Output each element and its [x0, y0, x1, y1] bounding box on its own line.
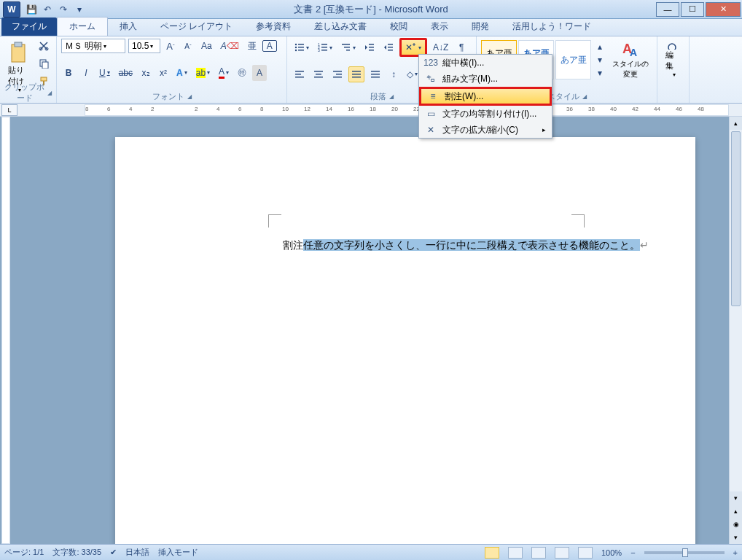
sort-button[interactable]: A↓Z — [430, 39, 451, 55]
font-name-combo[interactable]: ＭＳ 明朝▾ — [61, 39, 125, 53]
zoom-level[interactable]: 100% — [601, 548, 622, 557]
clear-formatting-button[interactable]: A⌫ — [218, 38, 242, 54]
font-color-button[interactable]: A▾ — [216, 65, 232, 81]
redo-button[interactable]: ↷ — [57, 3, 70, 16]
subscript-button[interactable]: x₂ — [138, 65, 153, 81]
prev-page-button[interactable]: ▴ — [730, 505, 742, 518]
horizontal-ruler[interactable]: 8642246810121416182022242628303234363840… — [85, 104, 729, 116]
svg-rect-27 — [388, 47, 393, 48]
page-layout-tab[interactable]: ページ レイアウト — [149, 18, 244, 36]
paragraph-launcher[interactable]: ◢ — [389, 93, 394, 100]
style-scroll-down[interactable]: ▾ — [593, 55, 607, 65]
underline-button[interactable]: U▾ — [96, 65, 113, 81]
change-styles-icon: AA — [621, 40, 640, 59]
svg-rect-35 — [314, 77, 323, 78]
zoom-slider[interactable] — [644, 551, 725, 554]
next-page-button[interactable]: ▾ — [730, 531, 742, 544]
vertical-scrollbar[interactable]: ▴ ▾ ▴ ◉ ▾ — [729, 117, 742, 544]
svg-rect-33 — [314, 71, 323, 72]
cut-button[interactable] — [36, 38, 52, 54]
review-tab[interactable]: 校閲 — [378, 18, 419, 36]
print-layout-view-button[interactable] — [485, 547, 499, 559]
phonetic-guide-button[interactable]: 亜 — [245, 38, 259, 54]
file-tab[interactable]: ファイル — [1, 18, 57, 36]
undo-button[interactable]: ↶ — [41, 3, 54, 16]
styles-launcher[interactable]: ◢ — [582, 93, 587, 100]
clipboard-launcher[interactable]: ◢ — [47, 90, 52, 96]
window-title: 文書 2 [互換モード] - Microsoft Word — [86, 3, 656, 16]
increase-indent-button[interactable] — [380, 39, 397, 55]
outline-view-button[interactable] — [555, 547, 569, 559]
text-effects-button[interactable]: A▾ — [173, 65, 190, 81]
grow-font-button[interactable]: Aˆ — [163, 38, 178, 54]
home-tab[interactable]: ホーム — [57, 17, 108, 36]
vertical-ruler[interactable] — [1, 117, 10, 544]
menu-warichu[interactable]: ≡ 割注(W)... — [419, 87, 552, 106]
copy-button[interactable] — [36, 55, 52, 71]
minimize-button[interactable]: — — [656, 2, 679, 17]
zoom-out-button[interactable]: − — [630, 548, 635, 557]
fullscreen-reading-view-button[interactable] — [508, 547, 523, 559]
draft-view-button[interactable] — [578, 547, 593, 559]
numbering-button[interactable]: 123▾ — [315, 39, 335, 55]
zoom-in-button[interactable]: + — [733, 548, 738, 557]
show-marks-button[interactable]: ¶ — [454, 39, 469, 55]
maximize-button[interactable]: ☐ — [681, 2, 704, 17]
enclose-characters-button[interactable]: ㊕ — [235, 65, 249, 81]
multilevel-list-button[interactable]: ▾ — [338, 39, 359, 55]
strikethrough-button[interactable]: abc — [116, 65, 136, 81]
align-right-button[interactable] — [329, 66, 345, 82]
language-status[interactable]: 日本語 — [125, 547, 149, 558]
scroll-up-button[interactable]: ▴ — [730, 117, 742, 130]
bullets-button[interactable]: ▾ — [292, 39, 312, 55]
style-gallery-more[interactable]: ▾ — [593, 68, 607, 78]
decrease-indent-button[interactable] — [362, 39, 378, 55]
developer-tab[interactable]: 開発 — [460, 18, 501, 36]
insert-tab[interactable]: 挿入 — [108, 18, 149, 36]
change-case-button[interactable]: Aa — [198, 38, 215, 54]
page-status[interactable]: ページ: 1/1 — [4, 547, 44, 558]
character-shading-button[interactable]: A — [252, 65, 267, 81]
save-button[interactable]: 💾 — [25, 3, 38, 16]
scroll-thumb[interactable] — [731, 131, 741, 306]
bold-button[interactable]: B — [61, 65, 76, 81]
editing-button[interactable]: 編集 ▾ — [662, 38, 684, 82]
insert-mode-status[interactable]: 挿入モード — [158, 547, 198, 558]
svg-rect-11 — [298, 47, 304, 48]
superscript-button[interactable]: x² — [156, 65, 171, 81]
style-scroll-up[interactable]: ▴ — [593, 42, 607, 52]
tab-selector[interactable]: L — [1, 104, 17, 116]
line-spacing-button[interactable]: ↕ — [386, 66, 401, 82]
svg-rect-37 — [336, 74, 342, 75]
font-launcher[interactable]: ◢ — [187, 93, 192, 100]
distributed-button[interactable] — [367, 66, 383, 82]
italic-button[interactable]: I — [79, 65, 93, 81]
align-center-button[interactable] — [311, 66, 327, 82]
highlight-button[interactable]: ab▾ — [193, 65, 213, 81]
zoom-slider-knob[interactable] — [682, 548, 688, 557]
shrink-font-button[interactable]: Aˇ — [181, 38, 195, 54]
menu-character-scaling[interactable]: ✕ 文字の拡大/縮小(C) ▸ — [419, 122, 552, 138]
align-left-button[interactable] — [292, 66, 308, 82]
align-justify-button[interactable] — [348, 66, 364, 82]
document-text[interactable]: 割注任意の文字列を小さくし、一行に中に二段構えで表示させる機能のこと。↵ — [283, 239, 649, 252]
scroll-down-button[interactable]: ▾ — [730, 491, 742, 505]
menu-combine-characters[interactable]: ㌔ 組み文字(M)... — [419, 71, 552, 87]
browse-object-button[interactable]: ◉ — [730, 518, 742, 531]
style-item-more[interactable]: あア亜 — [555, 40, 591, 79]
customize-qat-button[interactable]: ▾ — [73, 3, 86, 16]
close-button[interactable]: ✕ — [706, 2, 741, 17]
proofing-status[interactable]: ✔ — [110, 548, 117, 557]
web-layout-view-button[interactable] — [531, 547, 546, 559]
view-tab[interactable]: 表示 — [419, 18, 460, 36]
mailings-tab[interactable]: 差し込み文書 — [302, 18, 378, 36]
word-count-status[interactable]: 文字数: 33/35 — [52, 547, 101, 558]
references-tab[interactable]: 参考資料 — [244, 18, 302, 36]
page[interactable]: 割注任意の文字列を小さくし、一行に中に二段構えで表示させる機能のこと。↵ — [115, 137, 695, 544]
menu-distribute-characters[interactable]: ▭ 文字の均等割り付け(I)... — [419, 106, 552, 122]
menu-tate-chu-yoko[interactable]: 123 縦中横(I)... — [419, 55, 552, 71]
addins-tab[interactable]: 活用しよう！ワード — [501, 18, 603, 36]
change-styles-button[interactable]: AA スタイルの 変更 — [609, 36, 652, 83]
character-border-button[interactable]: A — [262, 40, 277, 52]
font-size-combo[interactable]: 10.5▾ — [128, 39, 160, 53]
